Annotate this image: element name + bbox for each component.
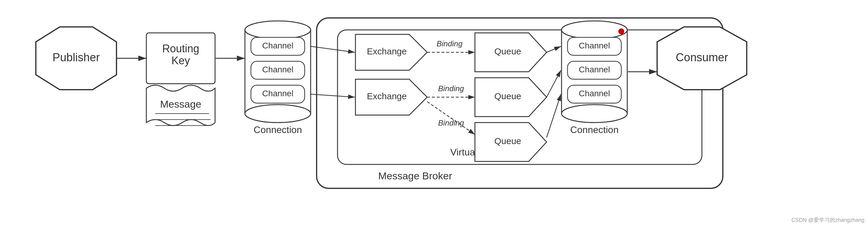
svg-text:Connection: Connection bbox=[570, 124, 619, 135]
svg-text:Channel: Channel bbox=[262, 65, 293, 74]
watermark: CSDN @爱学习的zhangzhang bbox=[792, 217, 864, 224]
svg-text:Binding: Binding bbox=[438, 84, 464, 93]
svg-point-48 bbox=[618, 28, 624, 34]
svg-text:Routing: Routing bbox=[162, 43, 199, 55]
svg-text:Consumer: Consumer bbox=[676, 51, 728, 64]
diagram-container: Publisher Routing Key Message Channel Ch… bbox=[0, 0, 868, 226]
svg-text:Message Broker: Message Broker bbox=[378, 170, 452, 181]
svg-text:Channel: Channel bbox=[579, 89, 610, 98]
svg-text:Channel: Channel bbox=[579, 65, 610, 74]
svg-text:Queue: Queue bbox=[494, 91, 521, 101]
publisher-label: Publisher bbox=[53, 51, 100, 64]
svg-text:Channel: Channel bbox=[579, 41, 610, 50]
svg-text:Queue: Queue bbox=[494, 136, 521, 146]
svg-point-40 bbox=[562, 105, 627, 122]
svg-text:Channel: Channel bbox=[262, 89, 293, 98]
svg-point-13 bbox=[245, 105, 311, 122]
svg-point-39 bbox=[562, 21, 627, 39]
svg-text:Exchange: Exchange bbox=[367, 91, 406, 101]
svg-text:Queue: Queue bbox=[494, 46, 521, 56]
svg-text:Binding: Binding bbox=[437, 39, 463, 48]
svg-text:Connection: Connection bbox=[254, 124, 302, 135]
svg-text:Key: Key bbox=[172, 54, 190, 67]
svg-text:Channel: Channel bbox=[262, 41, 293, 50]
svg-text:Exchange: Exchange bbox=[367, 46, 406, 56]
svg-text:Binding: Binding bbox=[438, 118, 464, 128]
svg-point-12 bbox=[245, 21, 311, 39]
svg-text:Message: Message bbox=[160, 98, 201, 110]
